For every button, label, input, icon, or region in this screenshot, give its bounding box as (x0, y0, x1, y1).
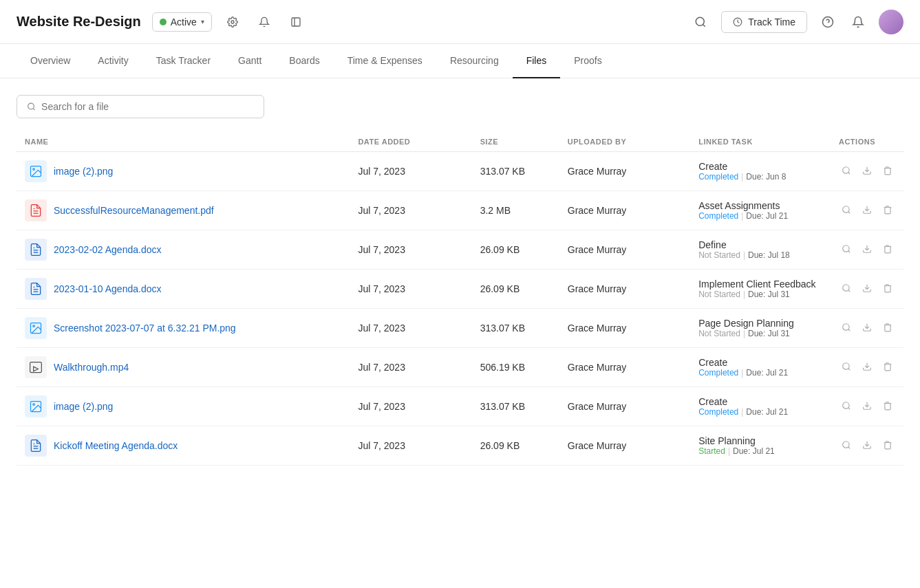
download-button[interactable] (859, 359, 875, 376)
table-header: NAME DATE ADDED SIZE UPLOADED BY LINKED … (17, 132, 903, 152)
task-name: Create (698, 357, 822, 368)
table-row: image (2).png Jul 7, 2023 313.07 KB Grac… (17, 152, 903, 191)
track-time-button[interactable]: Track Time (721, 11, 807, 33)
search-button[interactable] (691, 12, 710, 32)
delete-button[interactable] (880, 163, 895, 180)
file-size: 313.07 KB (472, 152, 559, 191)
status-separator: | (741, 407, 743, 417)
svg-point-8 (28, 103, 34, 109)
svg-line-18 (848, 211, 851, 213)
due-date: Due: Jul 31 (748, 290, 790, 299)
file-size: 26.09 KB (472, 426, 559, 466)
task-status: Not Started | Due: Jul 18 (698, 250, 822, 260)
preview-button[interactable] (839, 241, 854, 259)
file-name[interactable]: image (2).png (54, 166, 113, 177)
gear-icon[interactable] (223, 12, 242, 32)
tab-proofs[interactable]: Proofs (560, 44, 615, 78)
svg-marker-38 (34, 367, 39, 371)
due-date: Due: Jul 21 (746, 368, 788, 378)
download-button[interactable] (859, 398, 875, 415)
task-status: Not Started | Due: Jul 31 (698, 329, 822, 338)
avatar[interactable] (879, 10, 903, 34)
project-title: Website Re-Design (17, 14, 141, 30)
delete-button[interactable] (880, 359, 895, 376)
table-row: Walkthrough.mp4 Jul 7, 2023 506.19 KB Gr… (17, 348, 903, 387)
delete-button[interactable] (880, 398, 895, 415)
search-icon (27, 102, 36, 111)
action-icons (839, 163, 895, 180)
file-name[interactable]: SuccessfulResourceManagement.pdf (54, 205, 214, 216)
notifications-icon[interactable] (848, 12, 868, 32)
file-name-cell: Kickoff Meeting Agenda.docx (25, 435, 341, 457)
tab-time-expenses[interactable]: Time & Expenses (334, 44, 436, 78)
svg-rect-1 (292, 18, 300, 26)
file-name[interactable]: 2023-01-10 Agenda.docx (54, 283, 161, 294)
table-row: Kickoff Meeting Agenda.docx Jul 7, 2023 … (17, 426, 903, 466)
file-name[interactable]: image (2).png (54, 401, 113, 412)
tab-files[interactable]: Files (513, 44, 561, 78)
search-bar[interactable] (17, 95, 264, 118)
file-size: 313.07 KB (472, 387, 559, 426)
status-badge[interactable]: Active ▾ (152, 12, 212, 32)
task-status: Completed | Due: Jul 21 (698, 407, 822, 417)
download-button[interactable] (859, 202, 875, 219)
svg-line-24 (848, 250, 851, 252)
preview-button[interactable] (839, 320, 854, 337)
preview-button[interactable] (839, 163, 854, 180)
due-date: Due: Jun 8 (746, 172, 786, 182)
svg-rect-37 (30, 362, 42, 373)
action-icons (839, 202, 895, 219)
table-row: image (2).png Jul 7, 2023 313.07 KB Grac… (17, 387, 903, 426)
help-icon[interactable] (818, 12, 837, 32)
task-name: Implement Client Feedback (698, 279, 822, 290)
delete-button[interactable] (880, 202, 895, 219)
sidebar-icon[interactable] (286, 12, 306, 32)
status-separator: | (741, 211, 743, 221)
due-date: Due: Jul 31 (748, 329, 790, 338)
header-icons (223, 12, 306, 32)
col-header-task: LINKED TASK (690, 132, 831, 152)
file-name[interactable]: 2023-02-02 Agenda.docx (54, 244, 161, 255)
tab-activity[interactable]: Activity (84, 44, 142, 78)
action-icons (839, 398, 895, 415)
preview-button[interactable] (839, 281, 854, 298)
tab-overview[interactable]: Overview (17, 44, 84, 78)
tab-task-tracker[interactable]: Task Tracker (142, 44, 224, 78)
file-type-icon (25, 317, 47, 339)
download-button[interactable] (859, 320, 875, 337)
tab-boards[interactable]: Boards (275, 44, 333, 78)
file-name[interactable]: Walkthrough.mp4 (54, 362, 129, 373)
table-row: Screenshot 2023-07-07 at 6.32.21 PM.png … (17, 309, 903, 348)
preview-button[interactable] (839, 398, 854, 415)
task-name: Define (698, 239, 822, 250)
preview-button[interactable] (839, 437, 854, 455)
svg-point-33 (33, 325, 35, 327)
download-button[interactable] (859, 241, 875, 259)
search-input[interactable] (41, 101, 254, 112)
tab-resourcing[interactable]: Resourcing (436, 44, 513, 78)
tab-gantt[interactable]: Gantt (224, 44, 275, 78)
download-button[interactable] (859, 163, 875, 180)
file-name-cell: 2023-02-02 Agenda.docx (25, 239, 341, 261)
status-separator: | (743, 329, 745, 338)
delete-button[interactable] (880, 437, 895, 455)
svg-point-17 (843, 206, 849, 212)
file-date: Jul 7, 2023 (350, 348, 471, 387)
preview-button[interactable] (839, 359, 854, 376)
file-size: 3.2 MB (472, 191, 559, 230)
file-size: 26.09 KB (472, 270, 559, 309)
file-type-icon (25, 356, 47, 378)
file-name[interactable]: Kickoff Meeting Agenda.docx (54, 440, 178, 451)
bell-icon[interactable] (255, 12, 274, 32)
task-status: Completed | Due: Jul 21 (698, 211, 822, 221)
download-button[interactable] (859, 281, 875, 298)
delete-button[interactable] (880, 241, 895, 259)
due-date: Due: Jul 21 (746, 407, 788, 417)
file-name[interactable]: Screenshot 2023-07-07 at 6.32.21 PM.png (54, 323, 236, 334)
svg-line-4 (703, 24, 705, 26)
delete-button[interactable] (880, 281, 895, 298)
svg-point-11 (33, 168, 35, 171)
delete-button[interactable] (880, 320, 895, 337)
preview-button[interactable] (839, 202, 854, 219)
download-button[interactable] (859, 437, 875, 455)
